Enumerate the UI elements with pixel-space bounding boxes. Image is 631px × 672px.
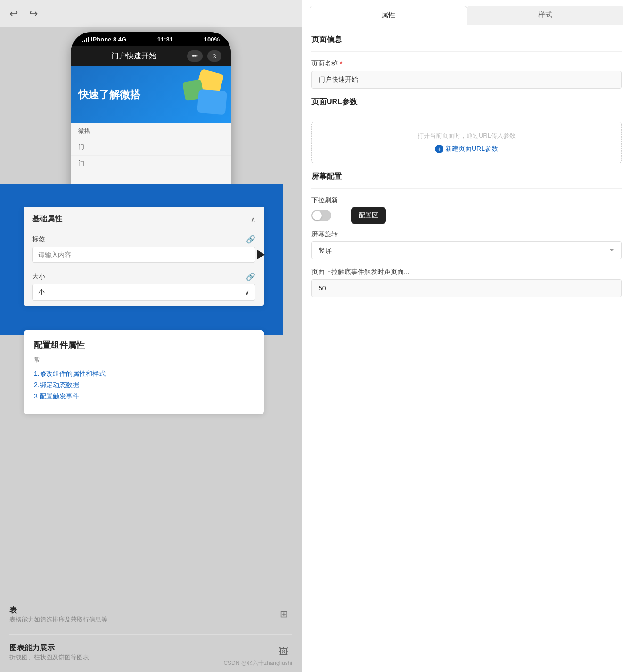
- url-params-hint: 打开当前页面时，通过URL传入参数: [321, 132, 612, 140]
- tooltip-card: 配置组件属性 常 1.修改组件的属性和样式 2.绑定动态数据 3.配置触发事件: [24, 330, 264, 414]
- label-link-icon[interactable]: 🔗: [246, 235, 255, 244]
- toggle-row: 配置区: [311, 207, 622, 224]
- cursor-arrow: [257, 250, 265, 259]
- phone-battery: 100%: [204, 36, 220, 43]
- section-table-icon: ⊞: [275, 606, 292, 622]
- page-name-input[interactable]: [311, 71, 622, 89]
- phone-nav-title: 门户快速开始: [111, 51, 156, 61]
- section-divider-3: [311, 188, 622, 189]
- label-input[interactable]: [32, 247, 255, 263]
- pull-refresh-label: 下拉刷新: [311, 196, 622, 205]
- phone-list-item-2: 门: [71, 156, 231, 172]
- properties-header: 基础属性 ∧: [24, 207, 264, 230]
- tab-bar: 属性 样式: [310, 6, 623, 25]
- collapse-icon[interactable]: ∧: [251, 216, 255, 223]
- phone-sub-text: 微搭: [71, 123, 231, 139]
- phone-nav-bar: 门户快速开始 ••• ⊙: [71, 46, 231, 66]
- add-url-button[interactable]: + 新建页面URL参数: [435, 145, 498, 153]
- phone-status-left: iPhone 8 4G: [82, 36, 126, 43]
- section-chart-desc: 折线图、柱状图及饼图等图表: [9, 653, 89, 662]
- add-url-icon: +: [435, 145, 443, 153]
- section-item-table-header: 表 表格能力如筛选排序及获取行信息等 ⊞: [9, 606, 292, 624]
- phone-time: 11:31: [157, 36, 173, 43]
- phone-hero-text: 快速了解微搭: [78, 88, 140, 102]
- tooltip-title: 配置组件属性: [34, 340, 254, 351]
- right-panel: 属性 样式 页面信息 页面名称 * 页面URL参数 打开当前页面时，通过URL传…: [302, 0, 631, 672]
- section-table-title: 表: [9, 606, 107, 615]
- chevron-down-icon: ∨: [245, 289, 249, 296]
- phone-status-bar: iPhone 8 4G 11:31 100%: [71, 32, 231, 46]
- section-divider-1: [311, 51, 622, 52]
- tooltip-item-3: 3.配置触发事件: [34, 392, 254, 401]
- properties-card: 基础属性 ∧ 标签 🔗 大小 🔗 小 ∨: [24, 207, 264, 306]
- page-info-section-title: 页面信息: [311, 35, 622, 45]
- section-chart-title: 图表能力展示: [9, 643, 89, 653]
- tooltip-sub: 常: [34, 356, 254, 364]
- phone-list-item-1: 门: [71, 139, 231, 156]
- toolbar: ↩ ↪: [0, 0, 302, 27]
- page-url-section-title: 页面URL参数: [311, 97, 622, 107]
- tab-properties[interactable]: 属性: [310, 6, 467, 25]
- size-row-label: 大小 🔗: [32, 272, 255, 281]
- label-row-label: 标签 🔗: [32, 235, 255, 244]
- tab-style[interactable]: 样式: [467, 6, 623, 25]
- tooltip-item-1: 1.修改组件的属性和样式: [34, 370, 254, 378]
- page-name-label: 页面名称 *: [311, 59, 622, 68]
- section-item-table: 表 表格能力如筛选排序及获取行信息等 ⊞: [9, 597, 292, 634]
- screen-rotation-label: 屏幕旋转: [311, 230, 622, 239]
- phone-hero: 快速了解微搭: [71, 66, 231, 123]
- pull-refresh-toggle[interactable]: [311, 210, 331, 221]
- phone-model: iPhone 8 4G: [91, 36, 126, 43]
- size-link-icon[interactable]: 🔗: [246, 272, 255, 281]
- screen-rotation-select[interactable]: 竖屏 横屏: [311, 241, 622, 259]
- phone-nav-camera[interactable]: ⊙: [207, 50, 221, 62]
- pull-trigger-label: 页面上拉触底事件触发时距页面...: [311, 268, 622, 276]
- right-content: 页面信息 页面名称 * 页面URL参数 打开当前页面时，通过URL传入参数 + …: [302, 25, 631, 315]
- required-star: *: [340, 60, 342, 67]
- tooltip-list: 1.修改组件的属性和样式 2.绑定动态数据 3.配置触发事件: [34, 370, 254, 401]
- section-divider-2: [311, 114, 622, 114]
- left-panel: ↩ ↪ iPhone 8 4G 11:31 100%: [0, 0, 302, 672]
- url-params-box: 打开当前页面时，通过URL传入参数 + 新建页面URL参数: [311, 122, 622, 163]
- label-row: 标签 🔗: [24, 230, 264, 267]
- config-area-badge: 配置区: [351, 207, 386, 224]
- signal-icon: [82, 37, 89, 42]
- tooltip-item-2: 2.绑定动态数据: [34, 381, 254, 390]
- size-row: 大小 🔗 小 ∨: [24, 267, 264, 306]
- section-chart-icon: 🖼: [275, 643, 292, 660]
- pull-trigger-input[interactable]: [311, 279, 622, 297]
- screen-config-section-title: 屏幕配置: [311, 172, 622, 182]
- phone-nav-actions: ••• ⊙: [187, 50, 221, 62]
- phone-nav-dots[interactable]: •••: [187, 50, 203, 62]
- watermark: CSDN @张六十zhangliushi: [223, 659, 292, 667]
- properties-title: 基础属性: [32, 214, 62, 224]
- redo-button[interactable]: ↪: [29, 8, 38, 20]
- section-table-desc: 表格能力如筛选排序及获取行信息等: [9, 615, 107, 624]
- size-select[interactable]: 小 ∨: [32, 284, 255, 301]
- toggle-container: 配置区: [311, 207, 622, 224]
- undo-button[interactable]: ↩: [9, 8, 18, 20]
